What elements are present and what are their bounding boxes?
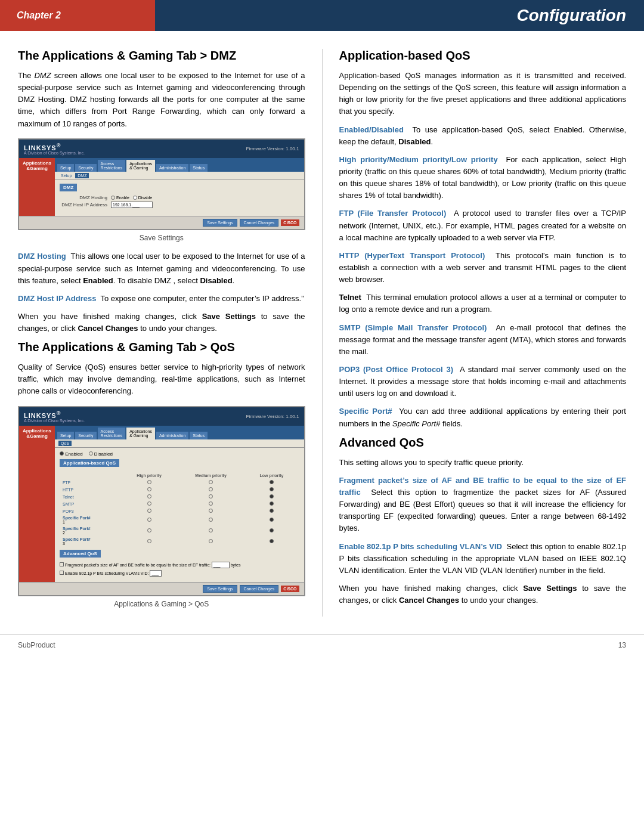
qos-enabled-radio[interactable]: Enabled (60, 451, 83, 457)
def-fragment: Fragment packet’s size of AF and BE traf… (339, 475, 627, 535)
page-title: Configuration (516, 6, 626, 25)
page-content: The Applications & Gaming Tab > DMZ The … (0, 31, 644, 628)
def-http: HTTP (HyperText Transport Protocol) This… (339, 250, 627, 286)
dmz-ip-row: DMZ Host IP Address 192.168.1.___ (60, 202, 299, 208)
qtab-setup[interactable]: Setup (57, 432, 74, 439)
dmz-save-text: When you have finished making changes, c… (18, 311, 305, 335)
app-qos-intro: Application-based QoS manages informatio… (339, 70, 627, 118)
tab-security[interactable]: Security (75, 164, 96, 172)
qos-save-btn[interactable]: Save Settings (203, 585, 237, 593)
subtab-setup[interactable]: Setup (58, 173, 74, 178)
advanced-qos-label: Advanced QoS (60, 550, 101, 558)
advanced-option2: Enable 802.1p P bits scheduling VLAN's V… (60, 570, 299, 577)
qos-table: High priority Medium priority Low priori… (60, 472, 299, 547)
tab-setup[interactable]: Setup (57, 164, 74, 172)
advanced-option1: Fragment packet's size of AF and BE traf… (60, 562, 299, 568)
qos-intro: Quality of Service (QoS) ensures better … (18, 361, 305, 397)
save-settings-btn[interactable]: Save Settings (203, 219, 237, 227)
app-http: HTTP (61, 487, 121, 493)
subtabs-row: Setup DMZ (55, 172, 304, 180)
nav-left-qos: Applications &Gaming (19, 426, 55, 582)
qos-body: Enabled Disabled Application-based QoS (55, 448, 304, 582)
app-smtp: SMTP (61, 501, 121, 507)
vid-input[interactable]: ___ (150, 570, 162, 577)
tab-appgaming[interactable]: Applications& Gaming (126, 160, 155, 172)
qtab-admin[interactable]: Administration (156, 432, 188, 439)
app-pop3: POP3 (61, 508, 121, 514)
app-ftp: FTP (61, 479, 121, 485)
dmz-enable-radio[interactable]: Enable (111, 196, 129, 200)
page-footer: SubProduct 13 (0, 634, 644, 655)
right-column: Application-based QoS Application-based … (323, 49, 627, 617)
subtab-dmz[interactable]: DMZ (75, 173, 89, 178)
app-specific1: Specific Port#1 (61, 515, 121, 525)
qtab-security[interactable]: Security (75, 432, 96, 439)
qos-row-specific2: Specific Port#2 (61, 526, 298, 535)
def-vlan: Enable 802.1p P bits scheduling VLAN’s V… (339, 541, 627, 577)
dmz-disable-radio[interactable]: Disable (133, 196, 152, 200)
dmz-intro: The DMZ screen allows one local user to … (18, 70, 305, 130)
firmware-version-qos: Firmware Version: 1.00.1 (246, 414, 299, 419)
qos-row-specific1: Specific Port#1 (61, 515, 298, 525)
qos-screenshot: LINKSYS® A Division of Cisco Systems, In… (18, 406, 305, 597)
dmz-hosting-row: DMZ Hosting Enable Disable (60, 195, 299, 200)
def-ftp: FTP (File Transfer Protocol) A protocol … (339, 208, 627, 243)
def-smtp: SMTP (Simple Mail Transfer Protocol) An … (339, 322, 627, 358)
qos-disabled-radio[interactable]: Disabled (89, 451, 113, 457)
dmz-footer: Save Settings Cancel Changes CISCO (19, 216, 304, 229)
subtab-qos[interactable]: QoS (58, 441, 72, 446)
linksys-sub-qos: A Division of Cisco Systems, Inc. (24, 419, 85, 423)
cancel-changes-btn[interactable]: Cancel Changes (240, 219, 279, 227)
def-telnet: Telnet This terminal emulation protocol … (339, 292, 627, 315)
fragment-input[interactable]: ___ (212, 562, 230, 568)
chapter-text: Chapter 2 (17, 10, 61, 21)
footer-product: SubProduct (18, 641, 55, 649)
qos-subtabs: QoS (55, 439, 304, 448)
qos-row-ftp: FTP (61, 479, 298, 485)
tab-access[interactable]: AccessRestrictions (98, 160, 126, 172)
tab-admin[interactable]: Administration (156, 164, 188, 172)
qos-cancel-btn[interactable]: Cancel Changes (240, 585, 279, 593)
dmz-label: DMZ (60, 184, 77, 191)
qos-enable-row: Enabled Disabled (60, 451, 299, 457)
dmz-screenshot: LINKSYS® A Division of Cisco Systems, In… (18, 138, 305, 231)
qos-row-smtp: SMTP (61, 501, 298, 507)
qos-row-telnet: Telnet (61, 494, 298, 500)
dmz-hosting-label: DMZ Hosting (60, 195, 107, 200)
advanced-qos-save-text: When you have finished making changes, c… (339, 583, 627, 606)
cisco-logo-qos: CISCO (281, 586, 299, 592)
qos-section-title: The Applications & Gaming Tab > QoS (18, 340, 305, 354)
qos-row-specific3: Specific Port#3 (61, 537, 298, 546)
app-specific3: Specific Port#3 (61, 537, 121, 546)
def-priority: High priority/Medium priority/Low priori… (339, 154, 627, 202)
qtab-access[interactable]: AccessRestrictions (98, 428, 126, 439)
advanced-qos-section-title: Advanced QoS (339, 436, 627, 450)
app-qos-section-title: Application-based QoS (339, 49, 627, 63)
qos-footer: Save Settings Cancel Changes CISCO (19, 582, 304, 595)
dmz-hosting-desc: DMZ Hosting This allows one local user t… (18, 250, 305, 286)
qtab-status[interactable]: Status (190, 432, 208, 439)
cisco-logo-small: CISCO (281, 219, 299, 226)
def-enabled-disabled: Enabled/Disabled To use application-base… (339, 124, 627, 148)
qos-row-pop3: POP3 (61, 508, 298, 514)
chapter-label: Chapter 2 (0, 0, 155, 31)
qtab-appgaming[interactable]: Applications& Gaming (126, 428, 155, 439)
qos-row-http: HTTP (61, 487, 298, 493)
priority-high-header: High priority (122, 473, 177, 478)
dmz-ip-label: DMZ Host IP Address (60, 202, 107, 208)
dmz-ip-input[interactable]: 192.168.1.___ (111, 202, 153, 208)
app-qos-label: Application-based QoS (60, 459, 119, 467)
dmz-host-ip-desc: DMZ Host IP Address To expose one comput… (18, 293, 305, 305)
app-specific2: Specific Port#2 (61, 526, 121, 535)
linksys-logo-qos: LINKSYS® (24, 410, 85, 419)
dmz-caption: Save Settings (18, 234, 305, 242)
dmz-body: DMZ DMZ Hosting Enable Disable (55, 180, 304, 216)
app-telnet: Telnet (61, 494, 121, 500)
def-pop3: POP3 (Post Office Protocol 3) A standard… (339, 364, 627, 400)
linksys-logo: LINKSYS® (24, 143, 85, 151)
dmz-section-title: The Applications & Gaming Tab > DMZ (18, 49, 305, 63)
tab-status[interactable]: Status (190, 164, 208, 172)
qos-caption: Applications & Gaming > QoS (18, 600, 305, 608)
linksys-sub: A Division of Cisco Systems, Inc. (24, 151, 85, 155)
def-specific-port: Specific Port# You can add three additio… (339, 405, 627, 429)
